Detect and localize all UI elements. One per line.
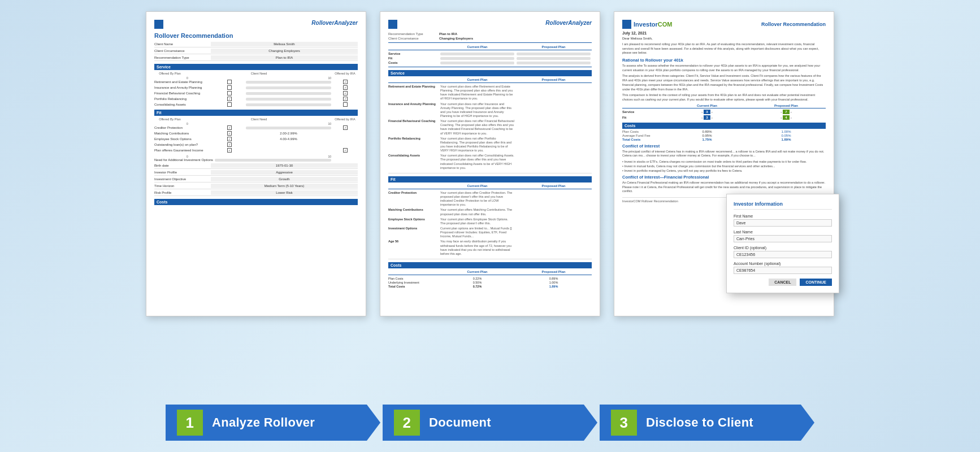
costs-section-header: Costs <box>154 199 358 205</box>
panel3-conflict-text: The principal conflict of interest Ceter… <box>622 150 826 158</box>
time-horizon-row: Time Horizon Medium Term (5-10 Years) <box>154 184 358 189</box>
modal-account-number-group: Account Number (optional) <box>734 262 832 274</box>
step-1-label: Analyze Rollover <box>212 415 315 430</box>
panel2-brand: RolloverAnalyzer <box>545 20 592 26</box>
panel3-logo: InvestorCOM <box>622 20 672 29</box>
step-1-container: 1 Analyze Rollover <box>166 405 380 441</box>
panel1-logo-icon <box>154 20 163 29</box>
p2-fit-item-creditor: Creditor Protection Your current plan do… <box>388 191 592 207</box>
modal-first-name-group: First Name <box>734 214 832 227</box>
p2-service-item-portfolio: Portfolio Rebalancing Your current plan … <box>388 137 592 153</box>
p2-cost-plan: Plan Costs 0.22% 0.89% <box>388 277 592 280</box>
p2-rec-type-value: Plan to IRA <box>439 32 457 36</box>
fit-row-guaranteed: Plan offeres Gauranteed Income <box>154 148 358 153</box>
risk-profile-row: Risk Profile Lower Risk <box>154 190 358 196</box>
modal-first-name-input[interactable] <box>734 219 832 227</box>
panel3-conflict-title: Conflict of Interest <box>622 144 826 149</box>
service-section-header: Service <box>154 64 358 70</box>
p2-compare-header: Current Plan Proposed Plan <box>388 45 592 50</box>
client-name-label: Client Name <box>154 42 211 46</box>
fit-row-outstanding: Outstanding loan(s) on plan? <box>154 142 358 147</box>
modal-last-name-label: Last Name <box>734 230 832 234</box>
panel3-brand-right: Rollover Recommendation <box>761 21 826 27</box>
modal-buttons: CANCEL CONTINUE <box>734 279 832 286</box>
fit-row-additional: Need for Additional Investment Options <box>154 158 358 162</box>
birthdate-row: Birth date 1975-01-30 <box>154 163 358 169</box>
step-1-number: 1 <box>177 410 203 436</box>
recommendation-type-row: Recommendation Type Plan to IRA <box>154 55 358 61</box>
panel3-rational-text3: This comparison is limited to the contex… <box>622 93 826 102</box>
modal-continue-button[interactable]: CONTINUE <box>800 279 832 286</box>
panel-2-document: RolloverAnalyzer Recommendation Type Pla… <box>380 11 600 316</box>
p2-cost-total: Total Costs 0.72% 1.89% <box>388 285 592 288</box>
modal-account-number-label: Account Number (optional) <box>734 262 832 266</box>
service-row-financial: Financial Behavioral Coaching <box>154 91 358 95</box>
fit-table-header: Offered By Plan Client Need Offered by I… <box>154 118 358 121</box>
step-2-shape: 2 Document <box>383 405 597 441</box>
client-name-value: Melissa Smith <box>211 42 358 46</box>
p2-service-item-insurance: Insurance and Annuity Planning Your curr… <box>388 102 592 119</box>
panel3-costs-table: Costs Plan Costs 0.80% 1.00% Average Fun… <box>622 123 826 141</box>
step-2-number: 2 <box>394 410 420 436</box>
modal-first-name-label: First Name <box>734 214 832 218</box>
investment-objective-row: Investment Objective Growth <box>154 177 358 182</box>
step-3-container: 3 Disclose to Client <box>600 405 814 441</box>
p2-service-item-consolidating: Consolidating Assets Your current plan d… <box>388 154 592 170</box>
p2-service-detail: Retirement and Estate Planning Your curr… <box>388 85 592 173</box>
modal-last-name-input[interactable] <box>734 235 832 242</box>
p2-fit-item-investment: Investment Options Current plan options … <box>388 227 592 238</box>
modal-account-number-input[interactable] <box>734 267 832 274</box>
panel3-conflict-bullet2: • Invest in mutual funds, Cetera may not… <box>622 164 826 168</box>
modal-client-id-input[interactable] <box>734 251 832 258</box>
recommendation-type-value: Plan to IRA <box>211 55 358 60</box>
p2-fit-bar: Fit <box>388 56 592 60</box>
panel1-header: RolloverAnalyzer <box>154 20 358 29</box>
panel3-avg-fund: Average Fund Fee 0.95% 0.05% <box>622 134 826 137</box>
step-3-number: 3 <box>611 410 637 436</box>
steps-row: 1 Analyze Rollover 2 Document 3 Disclose… <box>23 405 957 441</box>
panel3-header: InvestorCOM Rollover Recommendation <box>622 20 826 29</box>
p2-service-item-retirement: Retirement and Estate Planning Your curr… <box>388 85 592 101</box>
panel3-footer-text: InvestorCOM Rollover Recommendation <box>622 199 678 203</box>
documents-row: RolloverAnalyzer Rollover Recommendation… <box>23 11 957 398</box>
service-row-consolidating: Consolidating Assets <box>154 102 358 107</box>
panel3-summary-fit: Fit ‹ 3 › ‹ 4 › <box>622 115 826 120</box>
investor-info-modal: Investor Information First Name Last Nam… <box>726 194 839 293</box>
modal-title: Investor Information <box>734 201 832 210</box>
client-name-row: Client Name Melissa Smith <box>154 42 358 47</box>
panel3-plan-costs: Plan Costs 0.80% 1.00% <box>622 130 826 133</box>
p2-circ-value: Changing Employers <box>439 37 473 40</box>
p2-service-bar: Service <box>388 52 592 55</box>
panel3-total-costs: Total Costs 1.75% 1.89% <box>622 138 826 141</box>
p2-circ-label: Client Circumstance <box>388 37 439 40</box>
modal-cancel-button[interactable]: CANCEL <box>769 279 796 286</box>
panel3-salutation: Dear Melissa Smith, <box>622 37 826 40</box>
panel3-summary-header: Current Plan Proposed Plan <box>622 104 826 108</box>
p2-fit-detail: Creditor Protection Your current plan do… <box>388 191 592 259</box>
panel3-conflict-fin-title: Conflict of Interest—Financial Professio… <box>622 175 826 180</box>
panel1-title: Rollover Recommendation <box>154 32 358 39</box>
p2-costs-detail-header: Current Plan Proposed Plan <box>388 270 592 275</box>
client-circumstance-row: Client Circumstance Changing Employers <box>154 49 358 54</box>
panel3-conflict-fin-text: An Cetera Financial Professional making … <box>622 181 826 194</box>
p2-fit-item-matching: Matching Contributions Your current plan… <box>388 208 592 216</box>
panel3-rational-text2: The analysis is derived from three categ… <box>622 74 826 92</box>
panel2-header: RolloverAnalyzer <box>388 20 592 29</box>
step-3-shape: 3 Disclose to Client <box>600 405 814 441</box>
panel3-logo-icon <box>622 20 631 29</box>
panel3-intro: I am pleased to recommend rolling your 4… <box>622 42 826 55</box>
p2-service-item-financial: Financial Behavioural Coaching Your curr… <box>388 119 592 136</box>
modal-client-id-label: Client ID (optional) <box>734 246 832 250</box>
panel3-rational-text1: To assess whe To assess whether the reco… <box>622 64 826 72</box>
fit-row-creditor: Creditor Protection <box>154 125 358 130</box>
modal-last-name-group: Last Name <box>734 230 832 242</box>
fit-row-employee: Employee Stock Options 4.00-4.99% <box>154 137 358 141</box>
p2-rec-type-row: Recommendation Type Plan to IRA <box>388 32 592 36</box>
panel3-summary-service: Service ‹ 3 › ‹ 7 › <box>622 110 826 114</box>
service-row-retirement: Retirement and Estate Planning <box>154 80 358 84</box>
fit-row-matching: Matching Contributions 2.00-2.99% <box>154 131 358 136</box>
p2-fit-detail-header: Current Plan Proposed Plan <box>388 184 592 189</box>
p2-service-detail-header: Current Plan Proposed Plan <box>388 78 592 83</box>
service-row-insurance: Insurance and Annuity Planning <box>154 85 358 90</box>
step-2-label: Document <box>429 415 491 430</box>
